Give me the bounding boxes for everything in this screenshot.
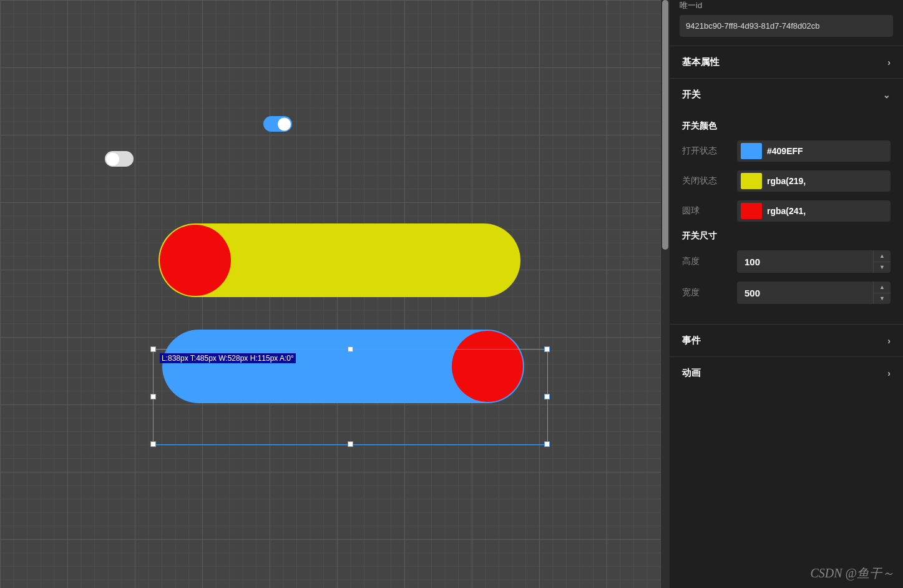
section-events-header[interactable]: 事件 › [670,325,903,356]
on-color-swatch[interactable] [741,143,762,159]
on-color-label: 打开状态 [682,145,730,157]
off-color-swatch[interactable] [741,173,762,189]
ball-color-label: 圆球 [682,205,730,217]
editor-canvas[interactable]: L:838px T:485px W:528px H:115px A:0° [0,0,670,588]
on-color-text: #409EFF [767,146,803,156]
switch-ball [160,225,231,296]
chevron-right-icon: › [887,368,891,378]
height-field[interactable]: ▲ ▼ [737,250,891,273]
switch-big-off[interactable] [159,223,520,297]
off-color-field[interactable]: rgba(219, [737,170,891,192]
width-input[interactable] [737,282,873,304]
switch-ball [452,331,523,402]
switch-small-off[interactable] [105,151,134,167]
switch-size-heading: 开关尺寸 [682,230,891,242]
chevron-down-icon: ⌄ [883,90,891,100]
section-basic-title: 基本属性 [682,56,720,68]
ball-color-text: rgba(241, [767,206,806,216]
ball-color-field[interactable]: rgba(241, [737,200,891,222]
height-step-down[interactable]: ▼ [874,262,891,273]
switch-color-heading: 开关颜色 [682,120,891,132]
resize-handle-ne[interactable] [544,346,550,352]
section-switch-title: 开关 [682,89,701,100]
section-basic-header[interactable]: 基本属性 › [670,46,903,78]
properties-sidebar: 唯一id 9421bc90-7ff8-4d93-81d7-74f8d02cb 基… [670,0,903,588]
off-color-label: 关闭状态 [682,175,730,187]
resize-handle-se[interactable] [544,441,550,447]
scrollbar-thumb[interactable] [662,0,668,250]
height-step-up[interactable]: ▲ [874,250,891,262]
section-anim-title: 动画 [682,367,701,379]
switch-small-on[interactable] [263,116,292,132]
ball-color-swatch[interactable] [741,203,762,219]
section-switch-header[interactable]: 开关 ⌄ [670,79,903,110]
height-label: 高度 [682,256,730,267]
width-step-up[interactable]: ▲ [874,282,891,293]
on-color-field[interactable]: #409EFF [737,140,891,162]
canvas-scrollbar[interactable] [661,0,670,588]
unique-id-label: 唯一id [680,0,893,11]
switch-big-on[interactable] [162,330,524,403]
off-color-text: rgba(219, [767,176,806,186]
resize-handle-e[interactable] [544,394,550,399]
switch-ball [278,117,291,130]
switch-ball [106,152,119,165]
width-field[interactable]: ▲ ▼ [737,282,891,304]
chevron-right-icon: › [887,57,891,67]
resize-handle-w[interactable] [150,394,156,399]
section-events-title: 事件 [682,335,701,346]
resize-handle-s[interactable] [348,441,353,447]
resize-handle-sw[interactable] [150,441,156,447]
height-input[interactable] [737,250,873,273]
resize-handle-nw[interactable] [150,346,156,352]
width-label: 宽度 [682,287,730,298]
width-step-down[interactable]: ▼ [874,293,891,305]
chevron-right-icon: › [887,336,891,346]
unique-id-value[interactable]: 9421bc90-7ff8-4d93-81d7-74f8d02cb [680,15,893,37]
section-anim-header[interactable]: 动画 › [670,357,903,389]
